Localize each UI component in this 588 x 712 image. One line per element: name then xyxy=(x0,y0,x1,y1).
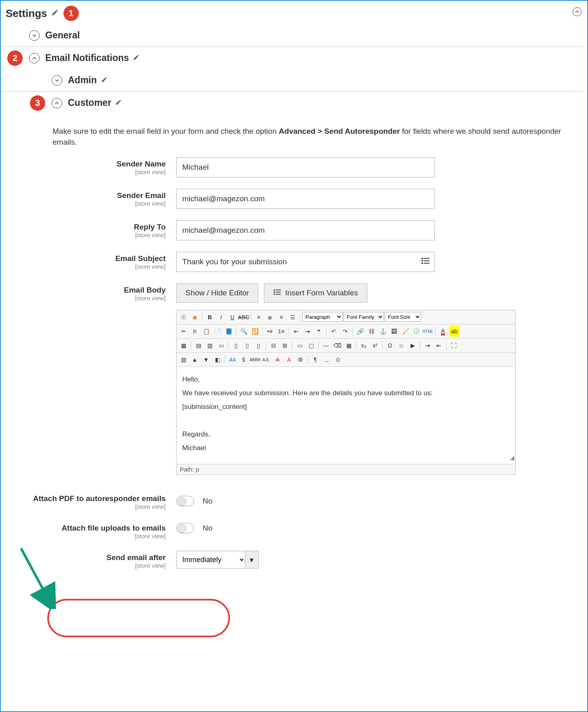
col-after-icon[interactable]: ▯ xyxy=(242,340,253,351)
sender-name-input[interactable] xyxy=(176,157,435,177)
align-justify-icon[interactable]: ☰ xyxy=(287,312,298,322)
attr-icon[interactable]: ⚙ xyxy=(295,354,306,365)
email-subject-input[interactable] xyxy=(176,252,435,272)
col-delete-icon[interactable]: ▯ xyxy=(253,340,264,351)
media-icon[interactable]: ▶ xyxy=(407,340,418,351)
indent-icon[interactable]: ⇥ xyxy=(302,326,313,337)
font-size-select[interactable]: Font Size xyxy=(385,312,421,322)
acronym-icon[interactable]: A.E. xyxy=(261,354,272,365)
row-delete-icon[interactable]: ▭ xyxy=(216,340,226,351)
edit-section-icon[interactable] xyxy=(115,99,122,107)
edit-title-icon[interactable] xyxy=(51,9,59,18)
image-icon[interactable]: 🖼 xyxy=(389,326,399,337)
cite-icon[interactable]: § xyxy=(238,354,249,365)
layer-icon[interactable]: ▧ xyxy=(178,354,189,365)
edit-section-icon[interactable] xyxy=(133,54,139,63)
rtl-icon[interactable]: ⇤ xyxy=(434,340,444,351)
attach-files-toggle[interactable] xyxy=(176,523,194,533)
resize-handle-icon[interactable]: ◢ xyxy=(510,452,514,463)
paste-icon[interactable]: 📋 xyxy=(201,326,211,337)
replace-icon[interactable]: 🔁 xyxy=(250,326,260,337)
cell-props-icon[interactable]: ▢ xyxy=(306,340,316,351)
paste-word-icon[interactable]: 📘 xyxy=(223,326,234,337)
outdent-icon[interactable]: ⇤ xyxy=(291,326,301,337)
char-icon[interactable]: Ω xyxy=(385,340,395,351)
attach-pdf-toggle[interactable] xyxy=(176,496,194,506)
del-icon[interactable]: A xyxy=(272,354,283,365)
visual-chars-icon[interactable]: ▦ xyxy=(344,340,354,351)
cut-icon[interactable]: ✂ xyxy=(178,326,189,337)
align-left-icon[interactable]: ≡ xyxy=(253,312,264,322)
layer-back-icon[interactable]: ▼ xyxy=(201,354,211,365)
bold-icon[interactable]: B xyxy=(204,312,215,322)
link-icon[interactable]: 🔗 xyxy=(355,326,365,337)
paragraph-select[interactable]: Paragraph xyxy=(302,312,343,322)
layer-forward-icon[interactable]: ▲ xyxy=(190,354,200,365)
subscript-icon[interactable]: x₂ xyxy=(358,340,369,351)
help-icon[interactable]: ⓘ xyxy=(411,326,422,337)
sender-email-input[interactable] xyxy=(176,189,435,209)
row-after-icon[interactable]: ▥ xyxy=(204,340,215,351)
editor-toolbar-4: ▧ ▲ ▼ ◧ A4 § ABBR A.E. A A ⚙ ¶ ⎵ ⎙ xyxy=(177,353,515,367)
collapse-all-icon[interactable] xyxy=(573,7,582,16)
font-family-select[interactable]: Font Family xyxy=(344,312,384,322)
section-admin[interactable]: Admin xyxy=(1,69,583,92)
col-before-icon[interactable]: ▯ xyxy=(231,340,241,351)
paste-text-icon[interactable]: 📄 xyxy=(212,326,223,337)
find-icon[interactable]: 🔍 xyxy=(238,326,249,337)
layer-abs-icon[interactable]: ◧ xyxy=(212,354,223,365)
chevron-down-icon[interactable] xyxy=(52,75,62,86)
underline-icon[interactable]: U xyxy=(227,312,238,322)
section-customer[interactable]: 3 Customer xyxy=(1,92,583,114)
show-hide-editor-button[interactable]: Show / Hide Editor xyxy=(176,283,258,303)
visualblocks-icon[interactable]: ¶ xyxy=(310,354,320,365)
copy-icon[interactable]: ⎘ xyxy=(190,326,200,337)
section-email-notifications[interactable]: 2 Email Notifications xyxy=(1,47,583,69)
row-props-icon[interactable]: ▭ xyxy=(295,340,305,351)
wp-icon[interactable]: ⦿ xyxy=(178,312,189,322)
row-before-icon[interactable]: ▤ xyxy=(193,340,204,351)
html-icon[interactable]: HTML xyxy=(423,326,433,337)
editor-content[interactable]: Hello, We have received your submission.… xyxy=(177,367,515,464)
insert-variables-button[interactable]: Insert Form Variables xyxy=(264,283,367,303)
align-center-icon[interactable]: ≣ xyxy=(265,312,275,322)
abbr-icon[interactable]: ABBR xyxy=(250,354,260,365)
text-color-icon[interactable]: A xyxy=(438,326,448,337)
italic-icon[interactable]: I xyxy=(216,312,226,322)
undo-icon[interactable]: ↶ xyxy=(329,326,339,337)
fullscreen-icon[interactable]: ⛶ xyxy=(449,340,459,351)
hr-icon[interactable]: — xyxy=(321,340,331,351)
table-icon[interactable]: ▦ xyxy=(178,340,189,351)
emoticon-icon[interactable]: ☺ xyxy=(396,340,407,351)
section-general[interactable]: General xyxy=(1,24,583,47)
anchor-icon[interactable]: ⚓ xyxy=(377,326,388,337)
split-icon[interactable]: ⊟ xyxy=(268,340,279,351)
wp-icon-2[interactable]: ◉ xyxy=(190,312,200,322)
remove-format-icon[interactable]: ⌫ xyxy=(332,340,343,351)
strikethrough-icon[interactable]: ABC xyxy=(238,312,249,322)
bg-color-icon[interactable]: ab xyxy=(449,326,459,337)
template-icon[interactable]: ⎙ xyxy=(333,354,343,365)
chevron-up-icon[interactable] xyxy=(29,53,40,63)
clean-icon[interactable]: 🧹 xyxy=(400,326,411,337)
svg-rect-7 xyxy=(276,290,280,291)
send-after-select[interactable]: Immediately xyxy=(176,551,245,569)
blockquote-icon[interactable]: ❝ xyxy=(314,326,324,337)
style-icon[interactable]: A4 xyxy=(227,354,238,365)
ltr-icon[interactable]: ⇥ xyxy=(422,340,433,351)
align-right-icon[interactable]: ≡ xyxy=(276,312,287,322)
edit-section-icon[interactable] xyxy=(101,76,107,85)
chevron-down-icon[interactable] xyxy=(29,30,40,41)
chevron-up-icon[interactable] xyxy=(52,98,62,108)
ins-icon[interactable]: A xyxy=(284,354,294,365)
redo-icon[interactable]: ↷ xyxy=(340,326,350,337)
number-list-icon[interactable]: 1≡ xyxy=(276,326,287,337)
variables-icon[interactable] xyxy=(421,257,430,267)
unlink-icon[interactable]: ⛓ xyxy=(366,326,377,337)
reply-to-input[interactable] xyxy=(176,220,435,240)
chevron-down-icon[interactable]: ▾ xyxy=(245,551,259,569)
bullet-list-icon[interactable]: •≡ xyxy=(265,326,275,337)
superscript-icon[interactable]: x² xyxy=(370,340,380,351)
nbsp-icon[interactable]: ⎵ xyxy=(321,354,332,365)
merge-icon[interactable]: ⊞ xyxy=(280,340,290,351)
